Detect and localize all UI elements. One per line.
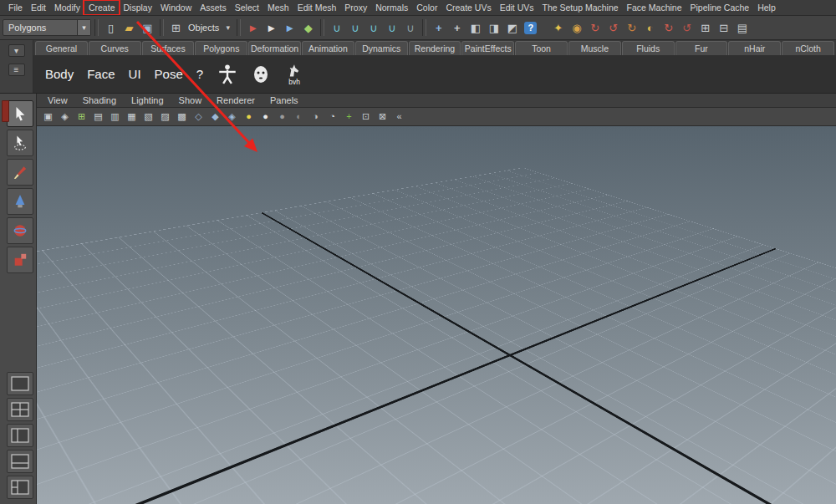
save-scene-icon[interactable]: ▣ [139,18,156,37]
shelf-tab-rendering[interactable]: Rendering [409,41,461,55]
lasso-tool-button[interactable] [7,130,33,156]
shelf-tab-surfaces[interactable]: Surfaces [142,41,195,55]
face-mask-button[interactable] [245,58,277,91]
menu-window[interactable]: Window [156,1,196,14]
scale-tool-button[interactable] [7,247,33,273]
menu-normals[interactable]: Normals [371,1,412,14]
layout-hypershade-persp-button[interactable] [7,476,33,499]
select-by-hierarchy-icon[interactable]: ► [244,18,262,37]
character-key-icon[interactable]: ✦ [549,18,567,37]
panel-menu-show[interactable]: Show [171,94,210,106]
layout-persp-outliner-button[interactable] [7,424,33,447]
panel-menu-shading[interactable]: Shading [75,94,124,106]
open-scene-icon[interactable]: ▰ [120,18,138,37]
resolution-gate-icon[interactable]: ▥ [107,109,123,124]
shelf-tab-fur[interactable]: Fur [675,41,728,55]
plugin-toggle-icon[interactable]: + [341,109,357,124]
shelf-tab-deformation[interactable]: Deformation [248,41,301,55]
layout-four-view-button[interactable] [7,398,33,421]
wireframe-mode-icon[interactable]: ◇ [191,109,206,124]
panel-menu-lighting[interactable]: Lighting [124,94,171,106]
menu-proxy[interactable]: Proxy [340,1,371,14]
shelf-tab-painteffects[interactable]: PaintEffects [461,41,514,55]
shaded-mode-icon[interactable]: ◆ [207,109,223,124]
selection-mask-icon[interactable]: ⊞ [167,18,185,37]
move-tool-button[interactable] [7,188,33,215]
snap-to-plane-icon[interactable]: ∪ [383,18,400,37]
menu-file[interactable]: File [4,1,27,14]
camera-lock-icon[interactable]: ◈ [57,109,73,124]
render-settings-icon[interactable]: ◩ [503,18,521,37]
default-light-icon[interactable]: ● [257,109,273,124]
refresh-rig-icon[interactable]: ↺ [604,18,622,37]
toolbox-grip[interactable] [2,100,9,122]
make-live-icon[interactable]: ∪ [401,18,419,37]
paint-selection-tool-button[interactable] [7,159,33,186]
grid-toggle-icon[interactable]: ⊞ [74,109,89,124]
xray-icon[interactable]: ◑ [308,109,324,124]
shelf-tab-toon[interactable]: Toon [515,41,568,55]
shelf-button-body[interactable]: Body [38,67,80,81]
gate-mask-icon[interactable]: ▦ [124,109,140,124]
setup-machine-icon[interactable]: ◉ [568,18,585,37]
new-scene-icon[interactable]: ▯ [102,18,120,37]
safe-title-icon[interactable]: ▩ [174,109,190,124]
menu-create[interactable]: Create [84,1,120,14]
help-icon[interactable]: ? [522,18,539,37]
bake-icon[interactable]: ↻ [623,18,640,37]
shelf-tab-muscle[interactable]: Muscle [568,41,621,55]
menu-edit-mesh[interactable]: Edit Mesh [293,1,341,14]
menu-face-machine[interactable]: Face Machine [623,1,686,14]
menu-select[interactable]: Select [231,1,263,14]
shelf-tab-fluids[interactable]: Fluids [622,41,675,55]
select-by-object-icon[interactable]: ► [263,18,280,37]
menu-display[interactable]: Display [119,1,155,14]
bvh-import-button[interactable]: bvh [278,58,310,91]
rotate-tool-button[interactable] [7,217,33,244]
mirror-icon[interactable]: ◐ [641,18,659,37]
layout-persp-graph-button[interactable] [7,450,33,473]
shelf-button-pose[interactable]: Pose [148,67,190,81]
textured-mode-icon[interactable]: ◈ [224,109,240,124]
shelf-tab-general[interactable]: General [35,41,88,55]
sync-icon[interactable]: ↻ [660,18,677,37]
channel-box-icon[interactable]: ▤ [733,18,751,37]
chevron-down-icon[interactable]: ▾ [222,18,233,37]
snap-to-point-icon[interactable]: ∪ [364,18,382,37]
menu-edit-uvs[interactable]: Edit UVs [496,1,538,14]
shelf-tab-curves[interactable]: Curves [89,41,141,55]
panel-menu-renderer[interactable]: Renderer [209,94,263,106]
render-current-frame-icon[interactable]: ◧ [466,18,484,37]
menu-mesh[interactable]: Mesh [263,1,293,14]
no-lights-icon[interactable]: ● [274,109,290,124]
menu-color[interactable]: Color [412,1,441,14]
output-connections-icon[interactable]: ⊟ [715,18,732,37]
menu-help[interactable]: Help [753,1,780,14]
share-icon[interactable]: « [391,109,407,124]
texture-placement-icon[interactable]: ⊡ [358,109,374,124]
separator-grip[interactable] [422,19,426,36]
menu-pipeline-cache[interactable]: Pipeline Cache [686,1,754,14]
shelf-tab-nhair[interactable]: nHair [728,41,781,55]
panel-menu-panels[interactable]: Panels [263,94,306,106]
field-chart-icon[interactable]: ▧ [140,109,156,124]
film-gate-icon[interactable]: ▤ [90,109,106,124]
menu-assets[interactable]: Assets [196,1,231,14]
panel-menu-view[interactable]: View [40,94,75,106]
shelf-menu-icon[interactable]: ≡ [8,64,25,76]
select-by-component-icon[interactable]: ► [281,18,298,37]
shelf-tab-selector-icon[interactable]: ▾ [8,44,25,57]
isolate-select-icon[interactable]: ◔ [324,109,340,124]
construction-history-on-icon[interactable]: + [430,18,447,37]
tpose-character-button[interactable] [212,58,243,91]
shelf-tab-animation[interactable]: Animation [302,41,354,55]
shadows-icon[interactable]: ◐ [291,109,307,124]
viewport-perspective[interactable] [37,126,836,504]
transfer-icon[interactable]: ↺ [678,18,696,37]
use-all-lights-icon[interactable]: ● [241,109,257,124]
menu-modify[interactable]: Modify [50,1,84,14]
shelf-button-ui[interactable]: UI [122,67,148,81]
separator-grip[interactable] [94,19,99,36]
separator-grip[interactable] [160,19,164,36]
select-tool-button[interactable] [7,100,33,127]
